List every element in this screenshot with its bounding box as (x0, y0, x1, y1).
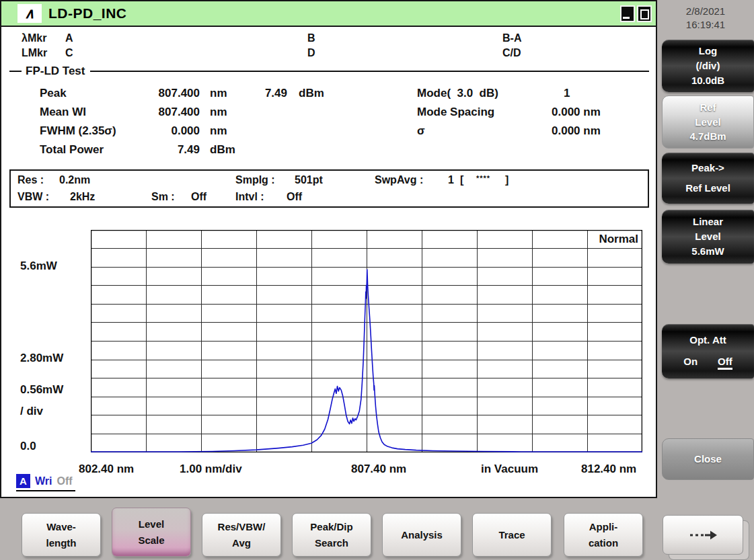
sweep-avg-value: 1 (448, 174, 454, 186)
y-axis-top-label: 5.6mW (20, 259, 57, 273)
menu-level-scale-button[interactable]: Level Scale (112, 508, 191, 557)
close-button[interactable]: Close (662, 438, 754, 480)
peak-wavelength-unit: nm (210, 87, 227, 100)
sweep-avg-bracket-close: ] (505, 174, 508, 186)
total-power-value: 7.49 (119, 143, 200, 157)
window-titlebar: ∧ LD-PD_INC (1, 1, 656, 27)
x-axis-center-label: 807.40 nm (351, 463, 406, 476)
analysis-section-title: FP-LD Test (26, 65, 85, 78)
trace-status: A Wri Off (16, 474, 75, 491)
y-axis-per-div-suffix: / div (20, 405, 43, 418)
x-axis-start-label: 802.40 nm (79, 463, 134, 476)
menu-trace-button[interactable]: Trace (472, 513, 552, 557)
datetime: 2/8/2021 16:19:41 (657, 5, 754, 32)
mean-wl-label: Mean WI (40, 106, 86, 119)
fwhm-label: FWHM (2.35σ) (40, 124, 116, 138)
lambda-marker-b: B (307, 32, 315, 44)
softkey-sidebar: 2/8/2021 16:19:41 Log (/div) 10.0dB Ref … (657, 0, 754, 560)
level-marker-c: C (65, 47, 73, 59)
osa-screen: ∧ LD-PD_INC λMkr A B B-A LMkr C D C/D FP… (0, 0, 754, 560)
opt-att-on-option[interactable]: On (683, 356, 698, 370)
sigma-value: 0.000 nm (552, 124, 601, 138)
mode-label: Mode( 3.0 dB) (417, 87, 498, 100)
spectrum-plot (91, 230, 642, 452)
sweep-avg-stars: **** (476, 174, 490, 182)
menu-wavelength-button[interactable]: Wave- length (22, 513, 101, 557)
fwhm-unit: nm (210, 124, 227, 138)
display-mode-label: Normal (576, 233, 638, 246)
mean-wl-value: 807.400 (119, 106, 200, 119)
level-marker-label: LMkr (22, 47, 47, 59)
peak-level-value: 7.49 (233, 87, 287, 100)
opt-att-off-option[interactable]: Off (718, 356, 732, 370)
y-axis-bottom-label: 0.0 (20, 440, 36, 453)
lambda-marker-ba: B-A (502, 32, 521, 44)
mode-count-value: 1 (564, 87, 570, 100)
main-window: ∧ LD-PD_INC λMkr A B B-A LMkr C D C/D FP… (0, 0, 657, 498)
menu-analysis-button[interactable]: Analysis (382, 513, 461, 557)
trace-off-state: Off (56, 475, 72, 487)
trace-write-mode: Wri (35, 475, 52, 487)
peak-wavelength-value: 807.400 (119, 87, 200, 100)
total-power-label: Total Power (40, 143, 104, 157)
sweep-settings-box: Res : 0.2nm Smplg : 501pt SwpAvg : 1 [ *… (9, 169, 649, 208)
sampling-label: Smplg : (235, 174, 275, 186)
lambda-marker-a: A (65, 32, 73, 44)
vbw-value: 2kHz (70, 191, 95, 203)
y-axis-mid-label: 2.80mW (20, 352, 63, 365)
x-axis-div-label: 1.00 nm/div (180, 463, 242, 476)
smoothing-value: Off (191, 191, 206, 203)
ref-level-button[interactable]: Ref Level 4.7dBm (662, 95, 754, 149)
vbw-label: VBW : (17, 191, 49, 203)
menu-application-button[interactable]: Appli- cation (564, 513, 643, 557)
peak-label: Peak (40, 87, 67, 100)
minimize-icon[interactable] (620, 5, 635, 22)
peak-level-unit: dBm (299, 87, 324, 100)
date: 2/8/2021 (657, 5, 754, 18)
x-axis-stop-label: 812.40 nm (581, 463, 636, 476)
level-marker-d: D (307, 47, 315, 59)
log-per-div-button[interactable]: Log (/div) 10.0dB (662, 40, 754, 92)
trace-letter-badge: A (16, 474, 30, 488)
mode-spacing-value: 0.000 nm (552, 106, 601, 119)
total-power-unit: dBm (210, 143, 235, 157)
interval-label: Intvl : (235, 191, 264, 203)
sampling-value: 501pt (295, 174, 323, 186)
mean-wl-unit: nm (210, 106, 227, 119)
resolution-label: Res : (17, 174, 44, 186)
level-marker-cd: C/D (502, 47, 521, 59)
x-axis-medium-label: in Vacuum (481, 463, 538, 476)
fwhm-value: 0.000 (119, 124, 200, 138)
analysis-section-separator: FP-LD Test (9, 65, 649, 78)
resolution-value: 0.2nm (59, 174, 90, 186)
sweep-avg-bracket-open: [ (460, 174, 463, 186)
y-axis-per-div-label: 0.56mW (20, 383, 63, 397)
dashed-arrow-icon (687, 529, 718, 541)
menu-peak-dip-search-button[interactable]: Peak/Dip Search (292, 513, 371, 557)
lambda-marker-label: λMkr (22, 32, 46, 44)
smoothing-label: Sm : (151, 191, 175, 203)
window-title: LD-PD_INC (48, 5, 127, 22)
app-icon: ∧ (17, 4, 42, 23)
peak-to-ref-level-button[interactable]: Peak-> Ref Level (662, 153, 754, 204)
sweep-avg-label: SwpAvg : (375, 174, 423, 186)
mode-spacing-label: Mode Spacing (417, 106, 494, 119)
linear-level-button[interactable]: Linear Level 5.6mW (662, 210, 754, 264)
menu-res-vbw-avg-button[interactable]: Res/VBW/ Avg (202, 513, 281, 557)
optical-attenuator-button[interactable]: Opt. Att On Off (662, 324, 754, 378)
interval-value: Off (287, 191, 302, 203)
maximize-icon[interactable] (637, 5, 652, 22)
menu-more-arrow-button[interactable] (663, 515, 743, 555)
sigma-label: σ (417, 124, 425, 138)
time: 16:19:41 (657, 18, 754, 32)
